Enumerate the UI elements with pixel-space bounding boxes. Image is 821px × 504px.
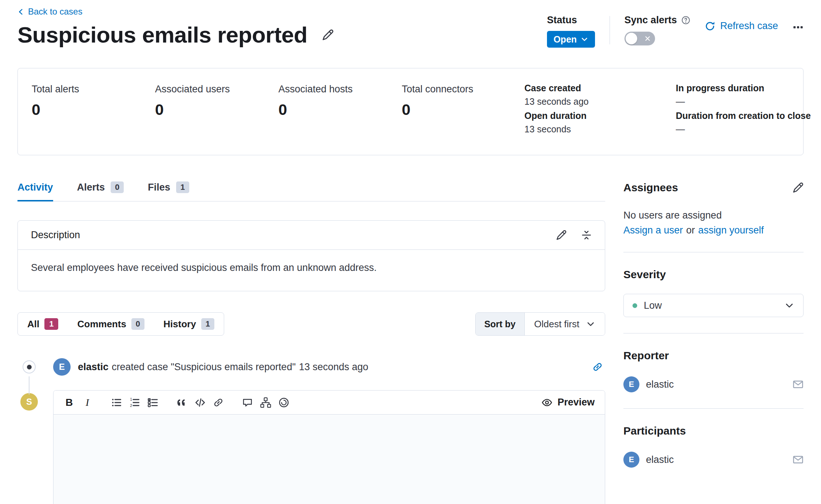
status-value: Open (554, 34, 577, 45)
status-dropdown-button[interactable]: Open (547, 31, 595, 48)
avatar: E (623, 452, 639, 468)
timeline-button[interactable] (257, 394, 275, 411)
sidebar-divider (623, 252, 804, 252)
case-actions-ellipsis-button[interactable] (793, 22, 804, 33)
edit-description-pencil-icon[interactable] (556, 230, 567, 240)
header-divider (610, 16, 610, 44)
chevron-left-icon (17, 8, 24, 15)
sort-group: Sort by Oldest first (475, 312, 605, 336)
files-count-badge: 1 (176, 181, 189, 193)
bold-button[interactable]: B (60, 394, 78, 411)
status-label: Status (547, 15, 595, 26)
participant-username: elastic (646, 454, 674, 465)
refresh-label: Refresh case (720, 20, 778, 32)
assign-a-user-link[interactable]: Assign a user (623, 225, 683, 236)
participant-user-row: E elastic (623, 452, 804, 468)
participants-title: Participants (623, 425, 804, 437)
assignees-section: Assignees No users are assigned Assign a… (623, 181, 804, 236)
tab-alerts[interactable]: Alerts 0 (77, 181, 124, 201)
sync-alerts-group: Sync alerts (624, 15, 690, 45)
edit-assignees-pencil-icon[interactable] (793, 182, 804, 193)
markdown-toolbar: B I 12 (53, 391, 605, 415)
case-created-event: E elastic created case "Suspicious email… (17, 358, 605, 376)
refresh-case-button[interactable]: Refresh case (705, 20, 778, 32)
back-to-cases-link[interactable]: Back to cases (17, 7, 82, 17)
event-action-text: created case "Suspicious emails reported… (112, 361, 296, 373)
avatar: S (20, 393, 38, 411)
alerts-count-badge: 0 (111, 181, 124, 193)
chevron-down-icon (586, 319, 595, 329)
permalink-icon[interactable] (592, 361, 603, 372)
metric-total-alerts: Total alerts 0 (32, 84, 155, 155)
no-assignees-text: No users are assigned (623, 210, 804, 221)
reporter-user-row: E elastic (623, 376, 804, 392)
filter-comments[interactable]: Comments 0 (68, 313, 154, 335)
visualization-button[interactable] (275, 394, 293, 411)
link-button[interactable] (209, 394, 227, 411)
comments-count-badge: 0 (131, 318, 144, 330)
preview-button[interactable]: Preview (542, 397, 598, 408)
severity-select[interactable]: Low (623, 294, 804, 317)
new-comment-block: S B I 12 (17, 390, 605, 504)
metric-associated-users: Associated users 0 (155, 84, 278, 155)
comment-textarea[interactable] (53, 415, 605, 504)
toggle-off-x-icon (645, 36, 650, 41)
tab-activity[interactable]: Activity (17, 181, 53, 201)
severity-title: Severity (623, 268, 804, 281)
code-button[interactable] (191, 394, 209, 411)
chevron-down-icon (784, 300, 794, 311)
sidebar-divider (623, 333, 804, 333)
filter-history[interactable]: History 1 (154, 313, 224, 335)
header-controls: Status Open Sync alerts (547, 15, 804, 48)
sort-order-dropdown[interactable]: Oldest first (525, 313, 605, 335)
svg-text:1: 1 (130, 397, 132, 401)
ordered-list-button[interactable]: 12 (126, 394, 144, 411)
collapse-description-icon[interactable] (581, 230, 592, 240)
tab-files[interactable]: Files 1 (148, 181, 189, 201)
description-body: Several employees have received suspicio… (18, 250, 605, 291)
assign-yourself-link[interactable]: assign yourself (698, 225, 764, 236)
status-group: Status Open (547, 15, 595, 48)
markdown-editor: B I 12 (53, 390, 605, 504)
sort-by-label: Sort by (476, 313, 525, 335)
comment-button[interactable] (238, 394, 257, 411)
refresh-icon (705, 21, 715, 31)
timeline-dot-icon (23, 360, 36, 373)
sidebar-divider (623, 408, 804, 409)
severity-section: Severity Low (623, 268, 804, 317)
quote-button[interactable] (173, 394, 191, 411)
avatar: E (623, 376, 639, 392)
sync-alerts-toggle[interactable] (624, 32, 655, 45)
unordered-list-button[interactable] (107, 394, 126, 411)
avatar: E (53, 358, 71, 376)
metric-associated-hosts: Associated hosts 0 (278, 84, 402, 155)
case-timing-created: Case created 13 seconds ago Open duratio… (524, 83, 589, 135)
case-view-page: Status Open Sync alerts (0, 0, 821, 504)
case-timing-durations: In progress duration — Duration from cre… (676, 83, 811, 135)
page-title: Suspicious emails reported (17, 22, 308, 48)
history-count-badge: 1 (201, 318, 214, 330)
sync-alerts-label: Sync alerts (624, 15, 677, 26)
case-stats-panel: Total alerts 0 Associated users 0 Associ… (17, 68, 804, 155)
envelope-icon[interactable] (793, 379, 804, 390)
envelope-icon[interactable] (793, 454, 804, 465)
activity-filter-group: All 1 Comments 0 History 1 (17, 312, 224, 336)
italic-button[interactable]: I (78, 394, 96, 411)
case-tabs: Activity Alerts 0 Files 1 (17, 181, 605, 201)
activity-thread: E elastic created case "Suspicious email… (17, 358, 605, 504)
or-text: or (686, 225, 695, 236)
reporter-username: elastic (646, 379, 674, 390)
toggle-knob (626, 33, 637, 44)
back-to-cases-label: Back to cases (28, 7, 82, 17)
all-count-badge: 1 (44, 318, 58, 330)
description-title: Description (31, 229, 556, 241)
event-timestamp: 13 seconds ago (299, 361, 368, 373)
help-icon[interactable] (681, 16, 690, 25)
event-username: elastic (78, 361, 108, 373)
edit-title-pencil-icon[interactable] (322, 29, 334, 41)
reporter-title: Reporter (623, 349, 804, 362)
metric-total-connectors: Total connectors 0 (402, 84, 525, 155)
task-list-button[interactable] (144, 394, 162, 411)
case-sidebar: Assignees No users are assigned Assign a… (623, 181, 804, 504)
filter-all[interactable]: All 1 (18, 313, 68, 335)
